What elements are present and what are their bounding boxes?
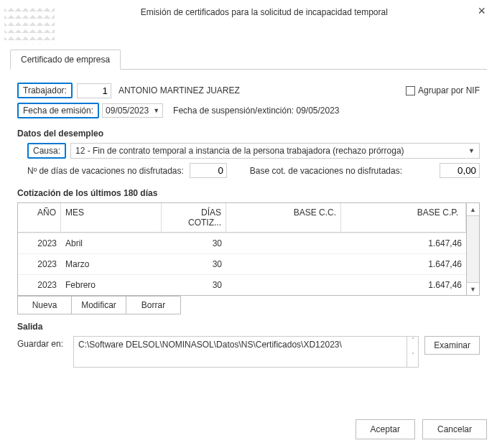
section-datos-desempleo: Datos del desempleo [17, 129, 480, 139]
spinner-up-icon[interactable]: ˄ [407, 337, 418, 352]
cell-base-cp: 1.647,46 [341, 233, 466, 253]
cell-base-cp: 1.647,46 [341, 253, 466, 274]
scroll-track[interactable] [467, 216, 479, 282]
cell-dias: 30 [162, 233, 226, 253]
cell-ano: 2023 [18, 253, 61, 274]
borrar-button[interactable]: Borrar [126, 296, 181, 314]
causa-select[interactable]: 12 - Fin de contrato temporal a instanci… [70, 143, 480, 159]
cell-base-cc [226, 274, 341, 295]
tab-certificado-empresa[interactable]: Certificado de empresa [10, 50, 121, 70]
cell-mes: Febrero [61, 274, 162, 295]
cell-base-cp: 1.647,46 [341, 274, 466, 295]
dias-vacaciones-input[interactable] [190, 163, 227, 178]
close-icon[interactable]: × [473, 4, 490, 17]
cell-base-cc [226, 253, 341, 274]
label-base-vacaciones: Base cot. de vacaciones no disfrutadas: [250, 166, 402, 176]
col-dias[interactable]: DÍAS COTIZ... [162, 203, 226, 232]
examinar-button[interactable]: Examinar [424, 336, 480, 355]
guardar-path-input[interactable]: C:\Software DELSOL\NOMINASOL\Datos\NS\Ce… [73, 336, 419, 368]
fecha-emision-input[interactable]: 09/05/2023 ▼ [102, 103, 163, 118]
label-trabajador: Trabajador: [17, 83, 73, 98]
modificar-button[interactable]: Modificar [72, 296, 126, 314]
scroll-down-icon[interactable]: ▼ [467, 282, 479, 295]
cell-dias: 30 [162, 274, 226, 295]
trabajador-id-input[interactable] [77, 83, 111, 98]
table-row[interactable]: 2023Marzo301.647,46 [18, 253, 466, 274]
fecha-suspension-label: Fecha de suspensión/extinción: 09/05/202… [173, 106, 340, 116]
label-dias-vacaciones: Nº de días de vacaciones no disfrutadas: [27, 166, 184, 176]
col-mes[interactable]: MES [61, 203, 162, 232]
label-fecha-emision: Fecha de emisión: [17, 103, 99, 118]
guardar-path-value: C:\Software DELSOL\NOMINASOL\Datos\NS\Ce… [78, 340, 342, 350]
base-vacaciones-input[interactable] [440, 163, 480, 178]
agrupar-nif-label: Agrupar por NIF [418, 85, 480, 95]
chevron-down-icon: ▼ [468, 147, 475, 154]
table-row[interactable]: 2023Abril301.647,46 [18, 233, 466, 253]
label-guardar-en: Guardar en: [17, 336, 68, 349]
aceptar-button[interactable]: Aceptar [356, 419, 415, 439]
causa-value: 12 - Fin de contrato temporal a instanci… [75, 146, 404, 156]
trabajador-name: ANTONIO MARTINEZ JUAREZ [119, 85, 240, 95]
cotizacion-table: AÑO MES DÍAS COTIZ... BASE C.C. BASE C.P… [17, 202, 467, 296]
cell-mes: Marzo [61, 253, 162, 274]
section-salida: Salida [17, 322, 480, 332]
spinner-down-icon[interactable]: ˅ [407, 352, 418, 367]
table-row[interactable]: 2023Febrero301.647,46 [18, 274, 466, 295]
dialog-title: Emisión de certificados para la solicitu… [55, 4, 473, 17]
scroll-up-icon[interactable]: ▲ [467, 203, 479, 216]
nueva-button[interactable]: Nueva [17, 296, 72, 314]
fecha-emision-value: 09/05/2023 [106, 106, 149, 116]
label-causa: Causa: [27, 143, 66, 159]
agrupar-nif-checkbox[interactable]: Agrupar por NIF [406, 85, 480, 95]
cell-ano: 2023 [18, 233, 61, 253]
cancelar-button[interactable]: Cancelar [422, 419, 487, 439]
cell-dias: 30 [162, 253, 226, 274]
cell-ano: 2023 [18, 274, 61, 295]
col-ano[interactable]: AÑO [18, 203, 61, 232]
col-base-cc[interactable]: BASE C.C. [226, 203, 341, 232]
section-cotizacion: Cotización de los últimos 180 días [17, 188, 480, 198]
table-scrollbar[interactable]: ▲ ▼ [467, 202, 480, 296]
app-logo [4, 4, 55, 45]
checkbox-icon [406, 86, 415, 95]
cell-base-cc [226, 233, 341, 253]
chevron-down-icon: ▼ [153, 107, 159, 114]
cell-mes: Abril [61, 233, 162, 253]
col-base-cp[interactable]: BASE C.P. [341, 203, 466, 232]
